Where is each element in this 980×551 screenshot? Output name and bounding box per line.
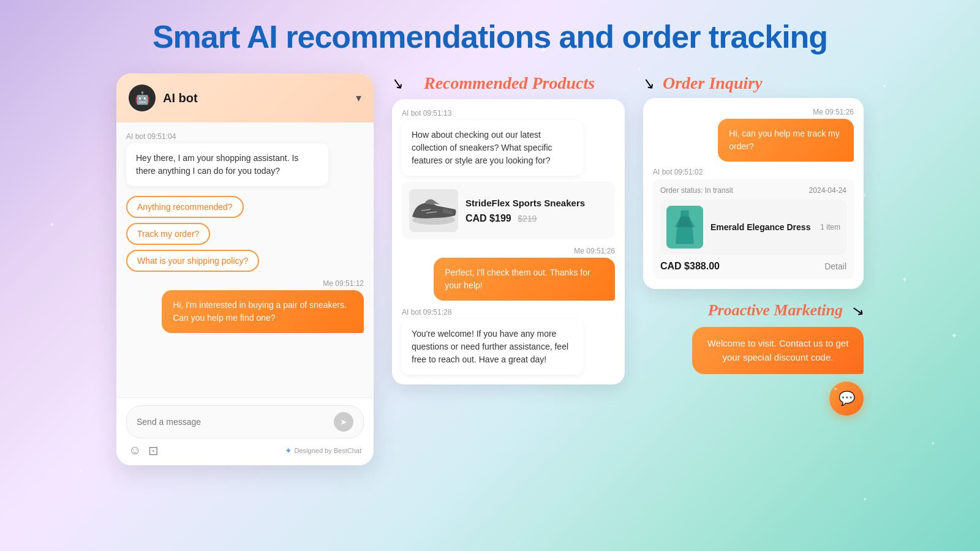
rec-bot-bubble2: You're welcome! If you have any more que…	[402, 319, 583, 375]
sneaker-svg	[409, 192, 458, 229]
order-date: 2024-04-24	[809, 186, 846, 195]
bot-time-1: AI bot 09:51:04	[126, 132, 364, 141]
order-price: CAD $388.00	[660, 261, 720, 272]
marketing-bubble: Welcome to visit. Contact us to get your…	[692, 327, 864, 374]
rec-bot-bubble: How about checking out our latest collec…	[402, 120, 583, 176]
order-status: Order status: In transit	[660, 186, 733, 195]
bot-message-1: AI bot 09:51:04 Hey there, I am your sho…	[126, 132, 364, 186]
svg-rect-1	[680, 211, 688, 218]
user-message-wrap: Me 09:51:12 Hi, I'm interested in buying…	[126, 279, 364, 333]
order-bot-time: AI bot 09:51:02	[653, 168, 854, 176]
order-inquiry-label: Order Inquiry	[663, 73, 763, 93]
chat-bubble-icon[interactable]: 💬	[829, 381, 864, 416]
order-footer: CAD $388.00 Detail	[660, 261, 846, 272]
order-card: Me 09:51:26 Hi, can you help me track my…	[643, 98, 864, 289]
product-card: StrideFlex Sports Sneakers CAD $199 $219	[402, 182, 615, 239]
dress-thumbnail	[666, 206, 703, 249]
rec-user-wrap: Me 09:51:26 Perfect, I'll check them out…	[402, 247, 615, 301]
quick-reply-shipping[interactable]: What is your shipping policy?	[126, 250, 259, 272]
bot-bubble-1: Hey there, I am your shopping assistant.…	[126, 143, 328, 186]
chat-body: AI bot 09:51:04 Hey there, I am your sho…	[116, 122, 374, 397]
dress-svg	[669, 209, 700, 246]
chat-input[interactable]	[137, 417, 329, 427]
bot-avatar: 🤖	[129, 84, 156, 111]
rec-bot-time2: AI bot 09:51:28	[402, 308, 615, 317]
recommended-label: Recommended Products	[412, 73, 595, 93]
order-user-time: Me 09:51:26	[813, 108, 854, 116]
order-section: ↙ Order Inquiry Me 09:51:26 Hi, can you …	[643, 73, 864, 289]
chevron-down-icon[interactable]: ▾	[356, 91, 361, 105]
recommended-chat-card: AI bot 09:51:13 How about checking out o…	[392, 99, 625, 384]
order-item-info: Emerald Elegance Dress	[710, 222, 813, 232]
order-item-name: Emerald Elegance Dress	[710, 222, 813, 232]
product-old-price: $219	[518, 214, 537, 223]
rec-bot-time: AI bot 09:51:13	[402, 109, 615, 118]
chat-header-left: 🤖 AI bot	[129, 84, 198, 111]
rec-user-time: Me 09:51:26	[574, 247, 615, 255]
rec-bot2-wrap: AI bot 09:51:28 You're welcome! If you h…	[402, 308, 615, 375]
emoji-icon[interactable]: ☺	[129, 443, 141, 458]
rec-user-bubble: Perfect, I'll check them out. Thanks for…	[434, 258, 615, 301]
user-bubble-1: Hi, I'm interested in buying a pair of s…	[162, 290, 364, 333]
chat-widget: 🤖 AI bot ▾ AI bot 09:51:04 Hey there, I …	[116, 73, 374, 465]
page-title: Smart AI recommendations and order track…	[0, 0, 980, 67]
proactive-label-row: Proactive Marketing ↘	[708, 301, 864, 320]
product-info: StrideFlex Sports Sneakers CAD $199 $219	[466, 198, 608, 224]
product-name: StrideFlex Sports Sneakers	[466, 198, 608, 208]
product-thumbnail	[409, 189, 458, 232]
rec-bot-meta: AI bot 09:51:13 How about checking out o…	[402, 109, 615, 176]
product-price: CAD $199	[466, 213, 511, 223]
order-arrow-icon: ↙	[642, 73, 657, 92]
recommended-label-row: ↙ Recommended Products	[392, 73, 625, 93]
order-item-row: Emerald Elegance Dress 1 item	[660, 200, 846, 255]
send-button[interactable]: ➤	[334, 412, 353, 432]
order-status-row: Order status: In transit 2024-04-24	[660, 186, 846, 195]
proactive-section: Proactive Marketing ↘ Welcome to visit. …	[643, 301, 864, 416]
quick-reply-recommended[interactable]: Anything recommended?	[126, 196, 244, 218]
brand-label: ✦ Designed by BestChat	[285, 446, 361, 455]
detail-link[interactable]: Detail	[824, 261, 846, 271]
order-user-bubble: Hi, can you help me track my order?	[718, 119, 854, 162]
order-detail-box: Order status: In transit 2024-04-24	[653, 179, 854, 279]
chat-footer: ➤ ☺ ⊡ ✦ Designed by BestChat	[116, 397, 374, 465]
right-panel: ↙ Order Inquiry Me 09:51:26 Hi, can you …	[643, 73, 864, 416]
arrow-icon: ↙	[391, 73, 406, 92]
chat-input-row: ➤	[126, 405, 364, 438]
content-area: 🤖 AI bot ▾ AI bot 09:51:04 Hey there, I …	[0, 67, 980, 471]
user-time-1: Me 09:51:12	[323, 279, 364, 288]
proactive-label: Proactive Marketing	[708, 301, 843, 320]
proactive-arrow-icon: ↘	[850, 301, 865, 320]
bot-name: AI bot	[163, 91, 198, 105]
quick-reply-track[interactable]: Track my order?	[126, 223, 210, 245]
order-label-row: ↙ Order Inquiry	[643, 73, 864, 93]
order-user-wrap: Me 09:51:26 Hi, can you help me track my…	[653, 108, 854, 162]
recommended-panel: ↙ Recommended Products AI bot 09:51:13 H…	[392, 73, 625, 384]
chat-actions: ☺ ⊡ ✦ Designed by BestChat	[126, 443, 364, 458]
chat-header: 🤖 AI bot ▾	[116, 73, 374, 122]
image-icon[interactable]: ⊡	[148, 443, 159, 458]
order-item-count: 1 item	[820, 223, 840, 231]
quick-replies: Anything recommended? Track my order? Wh…	[126, 196, 364, 272]
